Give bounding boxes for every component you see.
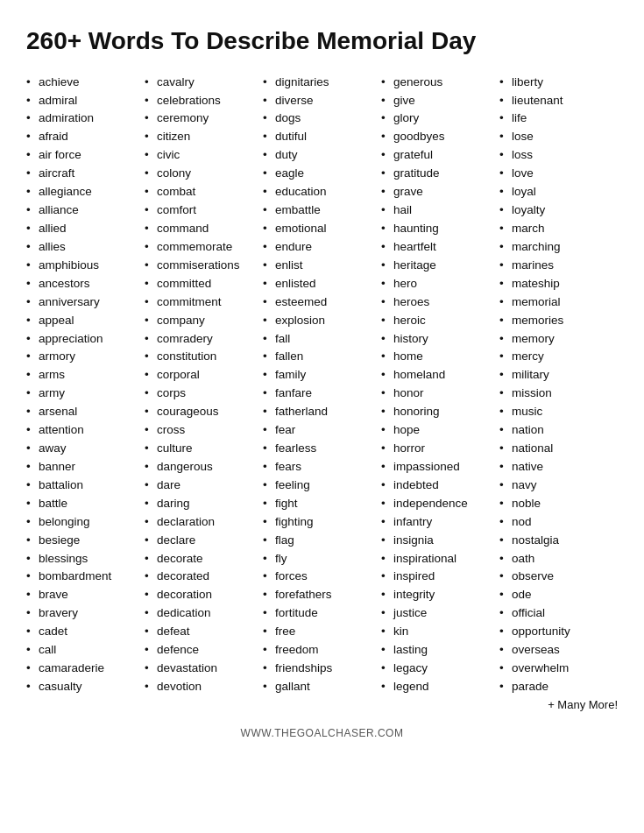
list-item: blessings <box>26 550 145 568</box>
list-item: fallen <box>263 348 381 366</box>
list-item: fortitude <box>263 604 381 623</box>
list-item: allied <box>26 220 145 238</box>
list-item: official <box>499 604 618 623</box>
list-item: company <box>145 312 263 330</box>
list-item: fly <box>263 550 381 568</box>
list-item: overwhelm <box>499 660 618 678</box>
list-item: honor <box>381 385 499 403</box>
list-item: honoring <box>381 403 499 421</box>
list-item: dutiful <box>263 128 381 146</box>
list-item: commitment <box>145 293 263 312</box>
list-item: fighting <box>263 513 381 532</box>
list-item: justice <box>381 604 499 623</box>
list-item: friendships <box>263 660 381 678</box>
list-item: fears <box>263 458 381 477</box>
list-item: march <box>499 220 618 238</box>
list-item: nostalgia <box>499 532 618 550</box>
list-item: glory <box>381 109 499 128</box>
list-item: colony <box>145 165 263 183</box>
list-item: achieve <box>26 74 145 92</box>
list-item: heroic <box>381 312 499 330</box>
list-item: fear <box>263 421 381 440</box>
list-item: dedication <box>145 604 263 623</box>
word-column-1: achieveadmiraladmirationafraidair forcea… <box>26 74 145 696</box>
list-item: lose <box>499 128 618 146</box>
list-item: grateful <box>381 146 499 165</box>
list-item: arsenal <box>26 403 145 421</box>
list-item: ceremony <box>145 109 263 128</box>
list-item: memories <box>499 312 618 330</box>
word-columns: achieveadmiraladmirationafraidair forcea… <box>26 74 618 696</box>
list-item: memory <box>499 330 618 349</box>
list-item: observe <box>499 568 618 586</box>
list-item: brave <box>26 586 145 604</box>
list-item: haunting <box>381 220 499 238</box>
list-item: national <box>499 440 618 458</box>
list-item: nation <box>499 421 618 440</box>
list-item: infantry <box>381 513 499 532</box>
list-item: constitution <box>145 348 263 366</box>
list-item: committed <box>145 275 263 293</box>
list-item: free <box>263 623 381 641</box>
list-item: generous <box>381 74 499 92</box>
list-item: ode <box>499 586 618 604</box>
list-item: embattle <box>263 201 381 220</box>
list-item: life <box>499 109 618 128</box>
list-item: cadet <box>26 623 145 641</box>
page-title: 260+ Words To Describe Memorial Day <box>26 26 618 56</box>
list-item: nod <box>499 513 618 532</box>
list-item: eagle <box>263 165 381 183</box>
list-item: fall <box>263 330 381 349</box>
list-item: legend <box>381 678 499 696</box>
list-item: decorated <box>145 568 263 586</box>
list-item: corporal <box>145 366 263 385</box>
list-item: command <box>145 220 263 238</box>
list-item: loyal <box>499 183 618 201</box>
list-item: music <box>499 403 618 421</box>
list-item: forces <box>263 568 381 586</box>
list-item: allegiance <box>26 183 145 201</box>
list-item: ancestors <box>26 275 145 293</box>
list-item: liberty <box>499 74 618 92</box>
list-item: heroes <box>381 293 499 312</box>
list-item: independence <box>381 495 499 513</box>
list-item: declaration <box>145 513 263 532</box>
list-item: combat <box>145 183 263 201</box>
list-item: explosion <box>263 312 381 330</box>
list-item: cavalry <box>145 74 263 92</box>
list-item: allies <box>26 238 145 257</box>
list-item: forefathers <box>263 586 381 604</box>
list-item: military <box>499 366 618 385</box>
list-item: dignitaries <box>263 74 381 92</box>
list-item: daring <box>145 495 263 513</box>
list-item: grave <box>381 183 499 201</box>
list-item: esteemed <box>263 293 381 312</box>
list-item: heartfelt <box>381 238 499 257</box>
list-item: commemorate <box>145 238 263 257</box>
word-column-3: dignitariesdiversedogsdutifuldutyeagleed… <box>263 74 381 696</box>
more-text: + Many More! <box>26 698 618 711</box>
list-item: flag <box>263 532 381 550</box>
word-column-2: cavalrycelebrationsceremonycitizencivicc… <box>145 74 263 696</box>
list-item: navy <box>499 477 618 495</box>
list-item: courageous <box>145 403 263 421</box>
list-item: fanfare <box>263 385 381 403</box>
list-item: banner <box>26 458 145 477</box>
list-item: bravery <box>26 604 145 623</box>
list-item: homeland <box>381 366 499 385</box>
list-item: culture <box>145 440 263 458</box>
list-item: armory <box>26 348 145 366</box>
list-item: memorial <box>499 293 618 312</box>
list-item: goodbyes <box>381 128 499 146</box>
list-item: kin <box>381 623 499 641</box>
list-item: enlist <box>263 257 381 275</box>
list-item: marines <box>499 257 618 275</box>
list-item: hail <box>381 201 499 220</box>
list-item: lieutenant <box>499 92 618 110</box>
list-item: battalion <box>26 477 145 495</box>
list-item: love <box>499 165 618 183</box>
word-column-5: libertylieutenantlifeloselossloveloyallo… <box>499 74 618 696</box>
list-item: endure <box>263 238 381 257</box>
list-item: emotional <box>263 220 381 238</box>
list-item: attention <box>26 421 145 440</box>
